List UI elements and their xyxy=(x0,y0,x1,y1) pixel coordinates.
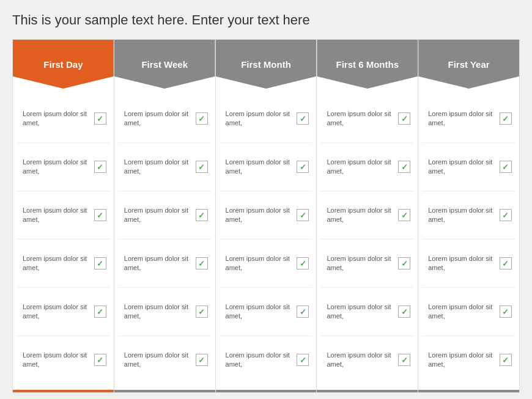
checkmark-icon: ✓ xyxy=(97,211,103,219)
table-row: Lorem ipsum dolor sit amet,✓ xyxy=(118,95,212,143)
row-text: Lorem ipsum dolor sit amet, xyxy=(23,158,92,177)
checkbox[interactable]: ✓ xyxy=(94,306,106,318)
checkbox[interactable]: ✓ xyxy=(500,209,512,221)
checkbox[interactable]: ✓ xyxy=(297,257,309,269)
checkmark-icon: ✓ xyxy=(502,308,509,316)
checkbox[interactable]: ✓ xyxy=(398,354,410,366)
checkbox[interactable]: ✓ xyxy=(500,257,512,269)
checkmark-icon: ✓ xyxy=(97,260,103,268)
checkbox[interactable]: ✓ xyxy=(94,112,106,125)
table-row: Lorem ipsum dolor sit amet,✓ xyxy=(422,95,515,143)
table-row: Lorem ipsum dolor sit amet,✓ xyxy=(220,288,313,336)
checkmark-icon: ✓ xyxy=(502,163,509,171)
row-text: Lorem ipsum dolor sit amet, xyxy=(226,206,295,225)
table-row: Lorem ipsum dolor sit amet,✓ xyxy=(220,191,313,240)
checkmark-icon: ✓ xyxy=(502,115,509,123)
checkbox[interactable]: ✓ xyxy=(94,209,106,221)
column-header-first-day: First Day xyxy=(13,40,114,89)
row-text: Lorem ipsum dolor sit amet, xyxy=(327,206,396,225)
checkmark-icon: ✓ xyxy=(300,115,306,123)
checkbox[interactable]: ✓ xyxy=(500,306,512,318)
row-text: Lorem ipsum dolor sit amet, xyxy=(23,254,92,273)
row-text: Lorem ipsum dolor sit amet, xyxy=(226,351,295,370)
checkbox[interactable]: ✓ xyxy=(500,354,512,366)
comparison-table: First DayLorem ipsum dolor sit amet,✓Lor… xyxy=(12,39,520,393)
table-row: Lorem ipsum dolor sit amet,✓ xyxy=(320,288,414,336)
table-row: Lorem ipsum dolor sit amet,✓ xyxy=(320,191,414,240)
table-row: Lorem ipsum dolor sit amet,✓ xyxy=(118,288,212,336)
column-footer-first-week xyxy=(114,390,215,392)
checkmark-icon: ✓ xyxy=(401,163,408,171)
checkmark-icon: ✓ xyxy=(97,115,103,123)
table-row: Lorem ipsum dolor sit amet,✓ xyxy=(17,240,110,288)
checkmark-icon: ✓ xyxy=(97,308,103,316)
checkmark-icon: ✓ xyxy=(401,308,408,316)
column-body-first-day: Lorem ipsum dolor sit amet,✓Lorem ipsum … xyxy=(13,89,114,390)
table-row: Lorem ipsum dolor sit amet,✓ xyxy=(118,143,212,191)
checkbox[interactable]: ✓ xyxy=(196,209,208,221)
row-text: Lorem ipsum dolor sit amet, xyxy=(124,351,193,370)
row-text: Lorem ipsum dolor sit amet, xyxy=(327,254,396,273)
checkbox[interactable]: ✓ xyxy=(398,257,410,269)
checkbox[interactable]: ✓ xyxy=(297,306,309,318)
table-row: Lorem ipsum dolor sit amet,✓ xyxy=(422,336,515,384)
checkbox[interactable]: ✓ xyxy=(500,112,512,125)
checkbox[interactable]: ✓ xyxy=(297,209,309,221)
table-row: Lorem ipsum dolor sit amet,✓ xyxy=(320,95,414,143)
row-text: Lorem ipsum dolor sit amet, xyxy=(226,158,295,177)
table-row: Lorem ipsum dolor sit amet,✓ xyxy=(220,336,313,384)
table-row: Lorem ipsum dolor sit amet,✓ xyxy=(118,191,212,240)
checkbox[interactable]: ✓ xyxy=(196,257,208,269)
table-row: Lorem ipsum dolor sit amet,✓ xyxy=(422,288,515,336)
checkbox[interactable]: ✓ xyxy=(500,161,512,173)
table-row: Lorem ipsum dolor sit amet,✓ xyxy=(17,95,110,143)
table-row: Lorem ipsum dolor sit amet,✓ xyxy=(17,288,110,336)
table-row: Lorem ipsum dolor sit amet,✓ xyxy=(422,143,515,191)
column-header-first-week: First Week xyxy=(114,40,215,89)
table-row: Lorem ipsum dolor sit amet,✓ xyxy=(17,143,110,191)
checkbox[interactable]: ✓ xyxy=(297,161,309,173)
checkbox[interactable]: ✓ xyxy=(196,161,208,173)
page-title: This is your sample text here. Enter you… xyxy=(12,12,520,28)
checkbox[interactable]: ✓ xyxy=(196,112,208,125)
table-row: Lorem ipsum dolor sit amet,✓ xyxy=(118,240,212,288)
row-text: Lorem ipsum dolor sit amet, xyxy=(226,254,295,273)
checkbox[interactable]: ✓ xyxy=(398,112,410,125)
row-text: Lorem ipsum dolor sit amet, xyxy=(327,351,396,370)
row-text: Lorem ipsum dolor sit amet, xyxy=(124,109,193,128)
column-header-first-year: First Year xyxy=(418,40,519,89)
checkbox[interactable]: ✓ xyxy=(94,257,106,269)
checkbox[interactable]: ✓ xyxy=(398,209,410,221)
row-text: Lorem ipsum dolor sit amet, xyxy=(327,109,396,128)
column-footer-first-6-months xyxy=(317,390,418,392)
checkmark-icon: ✓ xyxy=(198,356,205,364)
table-row: Lorem ipsum dolor sit amet,✓ xyxy=(17,191,110,240)
row-text: Lorem ipsum dolor sit amet, xyxy=(23,109,92,128)
table-row: Lorem ipsum dolor sit amet,✓ xyxy=(320,240,414,288)
checkmark-icon: ✓ xyxy=(198,211,205,219)
checkbox[interactable]: ✓ xyxy=(398,161,410,173)
checkmark-icon: ✓ xyxy=(198,163,205,171)
table-row: Lorem ipsum dolor sit amet,✓ xyxy=(220,240,313,288)
checkbox[interactable]: ✓ xyxy=(398,306,410,318)
checkmark-icon: ✓ xyxy=(401,211,408,219)
checkbox[interactable]: ✓ xyxy=(196,306,208,318)
checkbox[interactable]: ✓ xyxy=(196,354,208,366)
checkmark-icon: ✓ xyxy=(198,115,205,123)
row-text: Lorem ipsum dolor sit amet, xyxy=(428,158,497,177)
row-text: Lorem ipsum dolor sit amet, xyxy=(23,351,92,370)
checkbox[interactable]: ✓ xyxy=(94,354,106,366)
checkmark-icon: ✓ xyxy=(300,260,306,268)
row-text: Lorem ipsum dolor sit amet, xyxy=(226,302,295,321)
checkbox[interactable]: ✓ xyxy=(94,161,106,173)
row-text: Lorem ipsum dolor sit amet, xyxy=(428,302,497,321)
page: This is your sample text here. Enter you… xyxy=(0,0,532,399)
row-text: Lorem ipsum dolor sit amet, xyxy=(428,351,497,370)
table-row: Lorem ipsum dolor sit amet,✓ xyxy=(220,143,313,191)
checkbox[interactable]: ✓ xyxy=(297,354,309,366)
column-header-first-6-months: First 6 Months xyxy=(317,40,418,89)
checkbox[interactable]: ✓ xyxy=(297,112,309,125)
row-text: Lorem ipsum dolor sit amet, xyxy=(226,109,295,128)
checkmark-icon: ✓ xyxy=(97,163,103,171)
row-text: Lorem ipsum dolor sit amet, xyxy=(124,206,193,225)
